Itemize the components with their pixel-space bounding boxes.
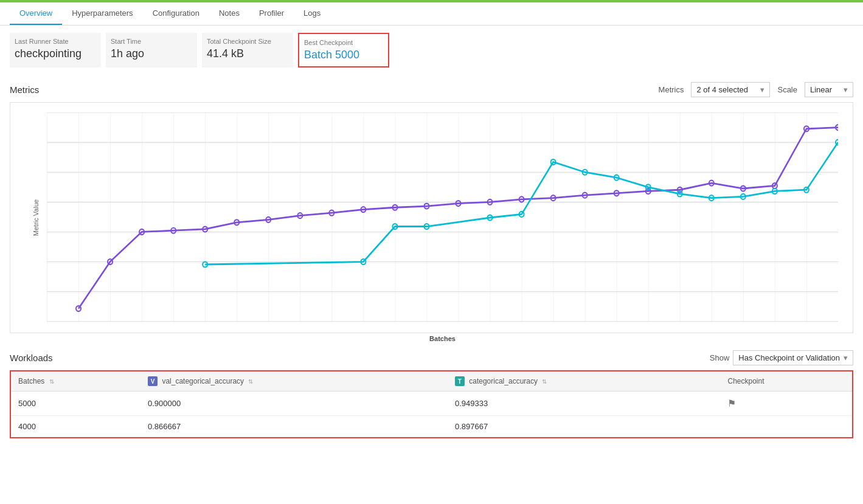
- cell-acc-0: 0.949333: [448, 392, 721, 416]
- filter-value: Has Checkpoint or Validation: [738, 353, 840, 362]
- cell-val-acc-0: 0.900000: [140, 392, 448, 416]
- chevron-down-icon: ▾: [760, 85, 764, 94]
- table-row: 5000 0.900000 0.949333 ⚑: [10, 392, 853, 416]
- tab-overview[interactable]: Overview: [10, 2, 62, 25]
- tab-profiler[interactable]: Profiler: [249, 2, 294, 25]
- sort-icon-val-acc[interactable]: ⇅: [248, 378, 253, 385]
- metrics-section: Metrics Metrics 2 of 4 selected ▾ Scale …: [0, 75, 863, 345]
- badge-v: V: [148, 376, 158, 386]
- workloads-section: Workloads Show Has Checkpoint or Validat…: [0, 345, 863, 438]
- chevron-down-icon-scale: ▾: [844, 85, 848, 94]
- col-header-batches: Batches ⇅: [10, 371, 140, 392]
- chart-svg: 1 0.9 0.8 0.7 0.6 0.5 0.4 0.3: [47, 112, 838, 323]
- show-label: Show: [710, 353, 730, 362]
- metrics-title: Metrics: [10, 85, 39, 95]
- col-label-batches: Batches: [18, 377, 44, 385]
- tab-logs[interactable]: Logs: [294, 2, 330, 25]
- workloads-table: Batches ⇅ V val_categorical_accuracy ⇅ T…: [10, 370, 853, 438]
- stat-label-start-time: Start Time: [111, 38, 185, 45]
- metrics-controls-label: Metrics: [659, 85, 684, 94]
- stat-best-checkpoint: Best Checkpoint Batch 5000: [298, 33, 389, 67]
- checkpoint-flag-icon: ⚑: [727, 398, 736, 409]
- metrics-dropdown[interactable]: 2 of 4 selected ▾: [691, 82, 770, 97]
- x-axis-label: Batches: [429, 335, 456, 342]
- cell-val-acc-1: 0.866667: [140, 416, 448, 438]
- metrics-selected-label: 2 of 4 selected: [696, 85, 748, 94]
- stat-value-start-time: 1h ago: [111, 47, 185, 60]
- tab-hyperparameters[interactable]: Hyperparameters: [62, 2, 142, 25]
- col-label-val-acc: val_categorical_accuracy: [162, 377, 244, 385]
- badge-t: T: [455, 376, 465, 386]
- sort-icon-batches[interactable]: ⇅: [49, 378, 54, 385]
- stat-start-time: Start Time 1h ago: [106, 33, 197, 67]
- cell-checkpoint-0: ⚑: [720, 392, 853, 416]
- stat-checkpoint-size: Total Checkpoint Size 41.4 kB: [202, 33, 293, 67]
- workloads-header: Workloads Show Has Checkpoint or Validat…: [10, 350, 853, 365]
- scale-label: Scale: [777, 85, 797, 94]
- metrics-controls: Metrics 2 of 4 selected ▾ Scale Linear ▾: [659, 82, 853, 97]
- tab-configuration[interactable]: Configuration: [143, 2, 209, 25]
- stat-label-checkpoint-size: Total Checkpoint Size: [207, 38, 281, 45]
- cell-batches-0: 5000: [10, 392, 140, 416]
- col-header-acc: T categorical_accuracy ⇅: [448, 371, 721, 392]
- stat-value-checkpoint-size: 41.4 kB: [207, 47, 281, 60]
- y-axis-label: Metric Value: [32, 199, 40, 236]
- col-label-checkpoint: Checkpoint: [727, 377, 764, 385]
- workloads-filter-controls: Show Has Checkpoint or Validation ▾: [710, 350, 853, 365]
- stat-label-best-checkpoint: Best Checkpoint: [304, 39, 376, 46]
- table-row: 4000 0.866667 0.897667: [10, 416, 853, 438]
- col-label-acc: categorical_accuracy: [469, 377, 538, 385]
- cell-checkpoint-1: [720, 416, 853, 438]
- col-header-val-acc: V val_categorical_accuracy ⇅: [140, 371, 448, 392]
- stat-label-runner-state: Last Runner State: [15, 38, 89, 45]
- chevron-down-icon-workloads: ▾: [844, 353, 848, 362]
- stat-runner-state: Last Runner State checkpointing: [10, 33, 101, 67]
- col-header-checkpoint: Checkpoint: [720, 371, 853, 392]
- scale-dropdown[interactable]: Linear ▾: [805, 82, 853, 97]
- chart-container: Metric Value Batches: [10, 102, 853, 333]
- stats-row: Last Runner State checkpointing Start Ti…: [0, 26, 863, 75]
- scale-value: Linear: [810, 85, 832, 94]
- workloads-filter-dropdown[interactable]: Has Checkpoint or Validation ▾: [733, 350, 853, 365]
- tab-bar: Overview Hyperparameters Configuration N…: [0, 2, 863, 26]
- table-header-row: Batches ⇅ V val_categorical_accuracy ⇅ T…: [10, 371, 853, 392]
- metrics-header: Metrics Metrics 2 of 4 selected ▾ Scale …: [10, 82, 853, 97]
- cell-acc-1: 0.897667: [448, 416, 721, 438]
- workloads-title: Workloads: [10, 353, 53, 363]
- sort-icon-acc[interactable]: ⇅: [542, 378, 547, 385]
- chart-inner: Metric Value Batches: [47, 112, 838, 323]
- tab-notes[interactable]: Notes: [209, 2, 249, 25]
- stat-value-best-checkpoint: Batch 5000: [304, 49, 376, 61]
- stat-value-runner-state: checkpointing: [15, 47, 89, 60]
- cell-batches-1: 4000: [10, 416, 140, 438]
